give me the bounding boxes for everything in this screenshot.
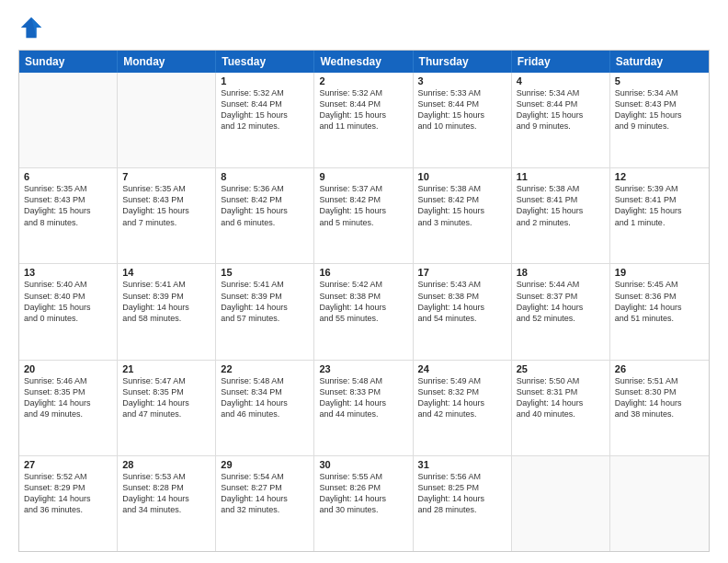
cell-line: and 49 minutes. bbox=[24, 408, 112, 419]
calendar-cell: 19Sunrise: 5:45 AMSunset: 8:36 PMDayligh… bbox=[610, 264, 709, 359]
cell-line: and 38 minutes. bbox=[615, 408, 704, 419]
cell-line: and 9 minutes. bbox=[615, 121, 704, 132]
cell-line: Daylight: 14 hours bbox=[615, 302, 704, 313]
calendar-body: 1Sunrise: 5:32 AMSunset: 8:44 PMDaylight… bbox=[19, 73, 709, 551]
cell-line: Sunset: 8:33 PM bbox=[319, 386, 407, 397]
cell-line: Sunset: 8:30 PM bbox=[615, 386, 704, 397]
cell-line: Sunrise: 5:51 AM bbox=[615, 375, 704, 386]
calendar-week-3: 20Sunrise: 5:46 AMSunset: 8:35 PMDayligh… bbox=[19, 361, 709, 456]
cell-line: Daylight: 15 hours bbox=[418, 205, 506, 216]
cell-line: Sunset: 8:43 PM bbox=[615, 98, 704, 109]
calendar-header: SundayMondayTuesdayWednesdayThursdayFrid… bbox=[19, 51, 709, 73]
calendar-cell: 27Sunrise: 5:52 AMSunset: 8:29 PMDayligh… bbox=[19, 456, 118, 551]
cell-line: and 10 minutes. bbox=[418, 121, 506, 132]
calendar-cell bbox=[19, 73, 118, 167]
cell-line: Daylight: 15 hours bbox=[221, 205, 309, 216]
cell-line: and 12 minutes. bbox=[221, 121, 309, 132]
day-number: 8 bbox=[221, 171, 309, 182]
cell-line: and 1 minute. bbox=[615, 217, 704, 228]
cell-line: and 30 minutes. bbox=[319, 504, 407, 515]
cell-line: Sunset: 8:39 PM bbox=[221, 291, 309, 302]
calendar-cell: 23Sunrise: 5:48 AMSunset: 8:33 PMDayligh… bbox=[314, 361, 413, 455]
cell-line: Sunrise: 5:40 AM bbox=[24, 279, 112, 290]
calendar-cell: 1Sunrise: 5:32 AMSunset: 8:44 PMDaylight… bbox=[216, 73, 314, 167]
header-day-friday: Friday bbox=[512, 51, 610, 73]
calendar-cell: 31Sunrise: 5:56 AMSunset: 8:25 PMDayligh… bbox=[414, 456, 512, 551]
header-day-saturday: Saturday bbox=[610, 51, 709, 73]
calendar-cell: 8Sunrise: 5:36 AMSunset: 8:42 PMDaylight… bbox=[216, 168, 314, 263]
cell-line: Sunrise: 5:45 AM bbox=[615, 279, 704, 290]
cell-line: Sunset: 8:36 PM bbox=[615, 291, 704, 302]
cell-line: Sunset: 8:41 PM bbox=[615, 194, 704, 205]
cell-line: Daylight: 14 hours bbox=[24, 493, 112, 504]
day-number: 4 bbox=[517, 75, 605, 86]
cell-line: Sunrise: 5:50 AM bbox=[517, 375, 605, 386]
day-number: 28 bbox=[122, 459, 210, 470]
cell-line: Sunrise: 5:41 AM bbox=[122, 279, 210, 290]
cell-line: and 54 minutes. bbox=[418, 313, 506, 324]
cell-line: and 9 minutes. bbox=[517, 121, 605, 132]
cell-line: Sunrise: 5:34 AM bbox=[517, 87, 605, 98]
cell-line: Daylight: 14 hours bbox=[122, 397, 210, 408]
cell-line: Sunset: 8:44 PM bbox=[319, 98, 407, 109]
day-number: 25 bbox=[517, 363, 605, 374]
cell-line: Daylight: 14 hours bbox=[418, 397, 506, 408]
cell-line: and 36 minutes. bbox=[24, 504, 112, 515]
cell-line: and 40 minutes. bbox=[517, 408, 605, 419]
cell-line: and 42 minutes. bbox=[418, 408, 506, 419]
cell-line: Sunrise: 5:46 AM bbox=[24, 375, 112, 386]
cell-line: Sunset: 8:44 PM bbox=[221, 98, 309, 109]
cell-line: Daylight: 15 hours bbox=[615, 109, 704, 121]
cell-line: Sunset: 8:38 PM bbox=[418, 291, 506, 302]
calendar-cell: 25Sunrise: 5:50 AMSunset: 8:31 PMDayligh… bbox=[512, 361, 610, 455]
cell-line: Sunset: 8:34 PM bbox=[221, 386, 309, 397]
cell-line: Daylight: 14 hours bbox=[122, 302, 210, 313]
cell-line: Sunset: 8:43 PM bbox=[122, 194, 210, 205]
calendar-cell: 30Sunrise: 5:55 AMSunset: 8:26 PMDayligh… bbox=[314, 456, 413, 551]
calendar-week-2: 13Sunrise: 5:40 AMSunset: 8:40 PMDayligh… bbox=[19, 264, 709, 360]
day-number: 9 bbox=[319, 171, 407, 182]
cell-line: and 0 minutes. bbox=[24, 313, 112, 324]
cell-line: Daylight: 15 hours bbox=[24, 302, 112, 313]
calendar-cell: 11Sunrise: 5:38 AMSunset: 8:41 PMDayligh… bbox=[512, 168, 610, 263]
day-number: 2 bbox=[319, 75, 407, 86]
header-day-sunday: Sunday bbox=[19, 51, 118, 73]
cell-line: Daylight: 14 hours bbox=[319, 302, 407, 313]
day-number: 3 bbox=[418, 75, 506, 86]
day-number: 6 bbox=[24, 171, 112, 182]
calendar-cell: 24Sunrise: 5:49 AMSunset: 8:32 PMDayligh… bbox=[414, 361, 512, 455]
cell-line: Sunrise: 5:35 AM bbox=[122, 183, 210, 194]
cell-line: Sunrise: 5:48 AM bbox=[221, 375, 309, 386]
calendar-cell bbox=[118, 73, 216, 167]
calendar-cell: 15Sunrise: 5:41 AMSunset: 8:39 PMDayligh… bbox=[216, 264, 314, 359]
cell-line: and 3 minutes. bbox=[418, 217, 506, 228]
cell-line: Sunrise: 5:39 AM bbox=[615, 183, 704, 194]
cell-line: Daylight: 14 hours bbox=[221, 397, 309, 408]
day-number: 19 bbox=[615, 267, 704, 278]
calendar-cell: 5Sunrise: 5:34 AMSunset: 8:43 PMDaylight… bbox=[610, 73, 709, 167]
cell-line: Sunrise: 5:41 AM bbox=[221, 279, 309, 290]
cell-line: and 34 minutes. bbox=[122, 504, 210, 515]
day-number: 22 bbox=[221, 363, 309, 374]
calendar-cell: 20Sunrise: 5:46 AMSunset: 8:35 PMDayligh… bbox=[19, 361, 118, 455]
cell-line: Sunrise: 5:34 AM bbox=[615, 87, 704, 98]
cell-line: Sunrise: 5:43 AM bbox=[418, 279, 506, 290]
header-day-monday: Monday bbox=[118, 51, 216, 73]
cell-line: Daylight: 15 hours bbox=[319, 205, 407, 216]
cell-line: Sunrise: 5:47 AM bbox=[122, 375, 210, 386]
header-day-wednesday: Wednesday bbox=[314, 51, 413, 73]
cell-line: Daylight: 15 hours bbox=[24, 205, 112, 216]
cell-line: Sunset: 8:42 PM bbox=[418, 194, 506, 205]
cell-line: Sunset: 8:43 PM bbox=[24, 194, 112, 205]
day-number: 15 bbox=[221, 267, 309, 278]
cell-line: Sunrise: 5:42 AM bbox=[319, 279, 407, 290]
cell-line: and 11 minutes. bbox=[319, 121, 407, 132]
cell-line: and 46 minutes. bbox=[221, 408, 309, 419]
cell-line: Sunset: 8:44 PM bbox=[517, 98, 605, 109]
day-number: 12 bbox=[615, 171, 704, 182]
cell-line: Sunset: 8:39 PM bbox=[122, 291, 210, 302]
cell-line: Sunset: 8:42 PM bbox=[221, 194, 309, 205]
logo bbox=[18, 15, 48, 40]
cell-line: Daylight: 14 hours bbox=[319, 397, 407, 408]
day-number: 14 bbox=[122, 267, 210, 278]
